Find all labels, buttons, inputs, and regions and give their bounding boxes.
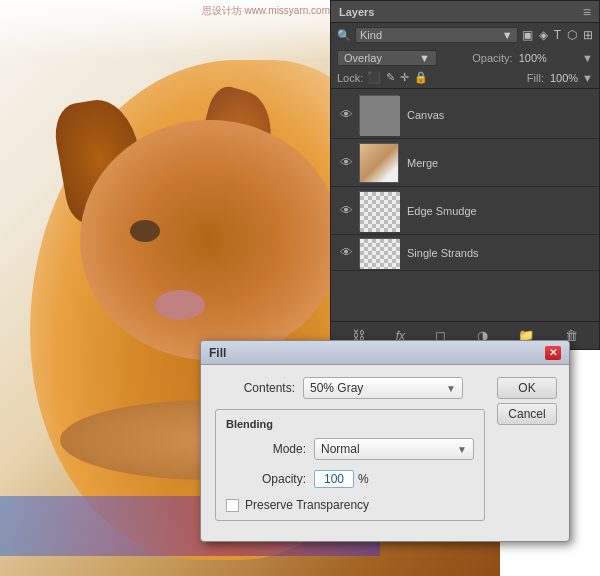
- fill-dialog-buttons: OK Cancel: [497, 377, 557, 425]
- layers-panel: Layers ≡ 🔍 Kind ▼ ▣ ◈ T ⬡ ⊞ Overlay ▼ Op…: [330, 0, 600, 350]
- filter-smart-icon[interactable]: ⊞: [583, 28, 593, 42]
- lock-pixels-icon[interactable]: ⬛: [367, 71, 381, 84]
- mode-dropdown-arrow: ▼: [457, 444, 467, 455]
- layer-item[interactable]: 👁 Merge: [331, 139, 599, 187]
- layers-title-bar: Layers ≡: [331, 1, 599, 23]
- kind-dropdown[interactable]: Kind ▼: [355, 27, 518, 43]
- fill-form: Contents: 50% Gray ▼ Blending Mode: Norm…: [215, 377, 485, 529]
- mode-value: Normal: [321, 442, 360, 456]
- layers-panel-title: Layers: [339, 6, 374, 18]
- preserve-transparency-row: Preserve Transparency: [226, 498, 474, 512]
- single-strands-thumb: [360, 239, 400, 269]
- layer-thumbnail: [359, 191, 399, 231]
- edge-smudge-thumb: [360, 192, 400, 232]
- layer-thumbnail: [359, 238, 399, 268]
- dog-eye: [130, 220, 160, 242]
- fill-dropdown-arrow[interactable]: ▼: [582, 72, 593, 84]
- mode-row: Mode: Normal ▼: [226, 438, 474, 460]
- dog-nose: [155, 290, 205, 320]
- mode-label: Mode:: [226, 442, 306, 456]
- layers-menu-icon[interactable]: ≡: [583, 4, 591, 20]
- percent-label: %: [358, 472, 369, 486]
- fill-dialog-titlebar: Fill ✕: [201, 341, 569, 365]
- contents-dropdown-arrow: ▼: [446, 383, 456, 394]
- filter-shape-icon[interactable]: ⬡: [567, 28, 577, 42]
- canvas-thumb: [360, 96, 400, 136]
- layer-item[interactable]: 👁 Canvas: [331, 91, 599, 139]
- layers-blend-row: Overlay ▼ Opacity: 100% ▼: [331, 47, 599, 69]
- watermark: 思设计坊 www.missyarn.com: [202, 4, 330, 18]
- lock-icons: ⬛ ✎ ✛ 🔒: [367, 71, 428, 84]
- layers-divider: [331, 88, 599, 89]
- fill-dialog: Fill ✕ Contents: 50% Gray ▼ Blending: [200, 340, 570, 542]
- fill-dialog-body: Contents: 50% Gray ▼ Blending Mode: Norm…: [201, 365, 569, 541]
- layer-name: Edge Smudge: [407, 205, 477, 217]
- opacity-label: Opacity:: [226, 472, 306, 486]
- merge-thumb: [360, 144, 398, 182]
- opacity-dropdown-arrow[interactable]: ▼: [582, 52, 593, 64]
- contents-row: Contents: 50% Gray ▼: [215, 377, 485, 399]
- cancel-button[interactable]: Cancel: [497, 403, 557, 425]
- preserve-transparency-label: Preserve Transparency: [245, 498, 369, 512]
- fill-content-section: Contents: 50% Gray ▼ Blending Mode: Norm…: [215, 377, 555, 529]
- opacity-value: 100%: [519, 52, 547, 64]
- fill-value: 100%: [550, 72, 578, 84]
- fill-label: Fill:: [527, 72, 544, 84]
- search-icon: 🔍: [337, 29, 351, 42]
- opacity-label: Opacity:: [472, 52, 512, 64]
- layers-filter-icons: ▣ ◈ T ⬡ ⊞: [522, 28, 593, 42]
- opacity-row: Opacity: 100 %: [226, 470, 474, 488]
- filter-text-icon[interactable]: T: [554, 28, 561, 42]
- layer-visibility-icon[interactable]: 👁: [337, 155, 355, 170]
- layer-visibility-icon[interactable]: 👁: [337, 203, 355, 218]
- layer-thumbnail: [359, 143, 399, 183]
- filter-adjust-icon[interactable]: ◈: [539, 28, 548, 42]
- fill-dialog-close-button[interactable]: ✕: [545, 346, 561, 360]
- lock-label: Lock:: [337, 72, 363, 84]
- contents-label: Contents:: [215, 381, 295, 395]
- layer-name: Merge: [407, 157, 438, 169]
- layers-search-row: 🔍 Kind ▼ ▣ ◈ T ⬡ ⊞: [331, 23, 599, 47]
- blending-title: Blending: [226, 418, 474, 430]
- blending-group: Blending Mode: Normal ▼ Opacity: 100 %: [215, 409, 485, 521]
- contents-dropdown[interactable]: 50% Gray ▼: [303, 377, 463, 399]
- lock-position-icon[interactable]: ✎: [386, 71, 395, 84]
- contents-value: 50% Gray: [310, 381, 363, 395]
- preserve-transparency-checkbox[interactable]: [226, 499, 239, 512]
- lock-move-icon[interactable]: ✛: [400, 71, 409, 84]
- mode-dropdown[interactable]: Normal ▼: [314, 438, 474, 460]
- ok-button[interactable]: OK: [497, 377, 557, 399]
- lock-all-icon[interactable]: 🔒: [414, 71, 428, 84]
- layer-thumbnail: [359, 95, 399, 135]
- layer-visibility-icon[interactable]: 👁: [337, 245, 355, 260]
- layer-item[interactable]: 👁 Edge Smudge: [331, 187, 599, 235]
- opacity-input[interactable]: 100: [314, 470, 354, 488]
- layers-lock-row: Lock: ⬛ ✎ ✛ 🔒 Fill: 100% ▼: [331, 69, 599, 86]
- fill-dialog-title: Fill: [209, 346, 226, 360]
- layer-visibility-icon[interactable]: 👁: [337, 107, 355, 122]
- layer-item[interactable]: 👁 Single Strands: [331, 235, 599, 271]
- filter-pixel-icon[interactable]: ▣: [522, 28, 533, 42]
- layer-name: Single Strands: [407, 247, 479, 259]
- blend-mode-dropdown[interactable]: Overlay ▼: [337, 50, 437, 66]
- layer-name: Canvas: [407, 109, 444, 121]
- dog-head: [80, 120, 340, 360]
